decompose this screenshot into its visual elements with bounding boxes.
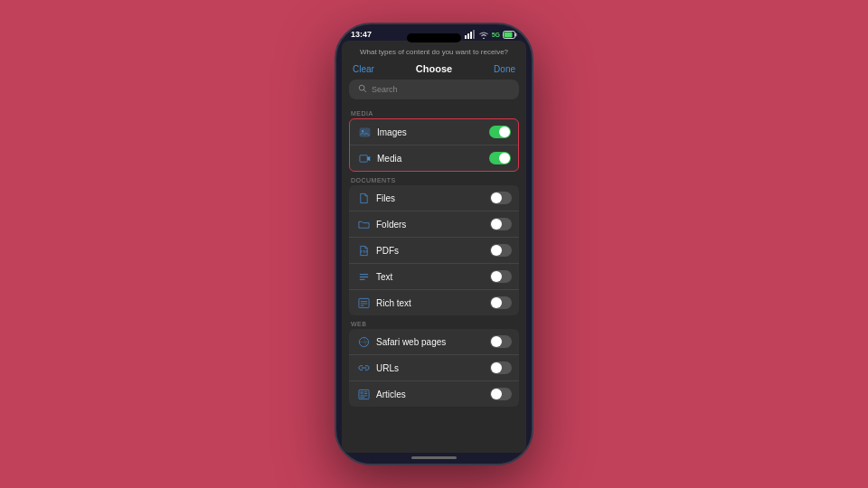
safari-toggle-knob xyxy=(491,336,502,347)
media-toggle-knob xyxy=(499,153,510,164)
media-label: Media xyxy=(377,154,489,164)
urls-toggle[interactable] xyxy=(490,361,512,374)
articles-toggle-knob xyxy=(491,389,502,399)
files-toggle[interactable] xyxy=(490,192,512,204)
section-media-items: Images Media xyxy=(349,118,519,172)
richtext-toggle[interactable] xyxy=(490,296,512,309)
header-row: Clear Choose Done xyxy=(342,60,526,80)
search-bar[interactable]: Search xyxy=(349,80,519,99)
images-label: Images xyxy=(377,127,489,137)
list-item: Media xyxy=(350,145,518,171)
svg-rect-0 xyxy=(465,35,467,39)
section-documents: DOCUMENTS Files xyxy=(342,174,526,315)
text-label: Text xyxy=(376,272,490,282)
section-documents-items: Files Folders xyxy=(349,185,519,315)
files-label: Files xyxy=(376,193,490,203)
media-icon xyxy=(357,151,372,165)
svg-rect-3 xyxy=(473,30,475,39)
svg-point-10 xyxy=(362,129,363,131)
list-item: Safari web pages xyxy=(349,329,519,355)
svg-rect-1 xyxy=(467,33,469,39)
images-toggle[interactable] xyxy=(489,126,511,138)
pdfs-label: PDFs xyxy=(376,246,490,256)
list-item: Text xyxy=(349,264,519,290)
list-item: Files xyxy=(349,185,519,211)
svg-rect-16 xyxy=(358,298,368,307)
done-button[interactable]: Done xyxy=(494,64,515,74)
dynamic-island xyxy=(407,33,461,42)
richtext-label: Rich text xyxy=(376,298,490,308)
phone-content: What types of content do you want to rec… xyxy=(342,41,526,453)
section-documents-label: DOCUMENTS xyxy=(342,174,526,185)
phone-frame: 13:47 5G Wha xyxy=(335,23,533,465)
text-icon xyxy=(356,269,371,284)
richtext-icon xyxy=(356,296,371,310)
articles-icon xyxy=(356,387,371,401)
pdfs-toggle-knob xyxy=(491,245,502,256)
status-icons: 5G xyxy=(465,30,517,39)
safari-label: Safari web pages xyxy=(376,337,490,347)
question-text: What types of content do you want to rec… xyxy=(342,41,526,60)
section-media: MEDIA Images xyxy=(342,107,526,172)
status-time: 13:47 xyxy=(351,30,372,39)
section-media-label: MEDIA xyxy=(342,107,526,118)
section-web: WEB Safari web pages xyxy=(342,317,526,407)
pdfs-icon: PDF xyxy=(356,243,371,258)
list-item: Articles xyxy=(349,381,519,407)
search-placeholder: Search xyxy=(372,85,398,94)
list-item: PDF PDFs xyxy=(349,238,519,264)
images-icon xyxy=(357,125,372,139)
safari-toggle[interactable] xyxy=(490,335,512,348)
folders-icon xyxy=(356,217,371,231)
files-icon xyxy=(356,191,371,205)
choose-title: Choose xyxy=(416,63,452,74)
svg-text:PDF: PDF xyxy=(361,250,368,254)
urls-toggle-knob xyxy=(491,362,502,373)
svg-rect-11 xyxy=(359,155,366,161)
urls-icon xyxy=(356,361,371,375)
richtext-toggle-knob xyxy=(491,297,502,308)
svg-rect-2 xyxy=(470,32,472,39)
search-icon xyxy=(358,84,367,95)
pdfs-toggle[interactable] xyxy=(490,244,512,257)
svg-rect-5 xyxy=(515,33,517,36)
list-item: URLs xyxy=(349,355,519,381)
media-toggle[interactable] xyxy=(489,152,511,164)
list-item: Images xyxy=(350,119,518,145)
articles-toggle[interactable] xyxy=(490,388,512,400)
urls-label: URLs xyxy=(376,363,490,373)
svg-rect-6 xyxy=(505,32,513,37)
files-toggle-knob xyxy=(491,192,502,203)
list-item: Folders xyxy=(349,211,519,238)
section-web-label: WEB xyxy=(342,317,526,329)
list-item: Rich text xyxy=(349,290,519,315)
articles-label: Articles xyxy=(376,389,490,399)
clear-button[interactable]: Clear xyxy=(353,64,374,74)
text-toggle[interactable] xyxy=(490,270,512,283)
svg-line-8 xyxy=(363,89,366,92)
svg-rect-25 xyxy=(360,390,363,394)
folders-toggle-knob xyxy=(491,219,502,230)
section-web-items: Safari web pages URLs xyxy=(349,329,519,407)
folders-toggle[interactable] xyxy=(490,218,512,230)
safari-icon xyxy=(356,334,371,349)
folders-label: Folders xyxy=(376,220,490,230)
svg-rect-9 xyxy=(359,127,369,136)
images-toggle-knob xyxy=(499,127,510,137)
text-toggle-knob xyxy=(491,271,502,282)
home-indicator xyxy=(411,456,457,459)
